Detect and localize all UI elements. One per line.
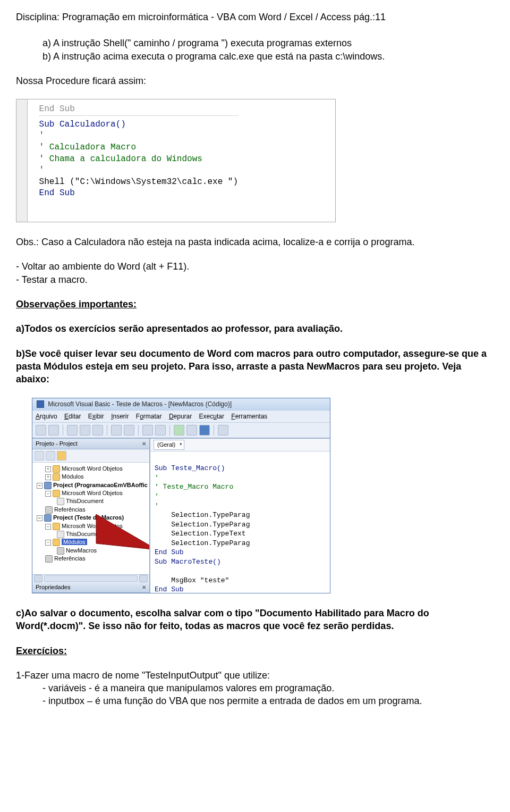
code-line: ' <box>155 492 159 500</box>
toolbar-button[interactable] <box>48 425 59 436</box>
code-line: MsgBox "teste" <box>155 576 229 584</box>
code-line: ' <box>155 502 159 510</box>
project-tree[interactable]: +Microsoft Word Objetos +Módulos −Projec… <box>32 463 149 574</box>
code-line: ' Chama a calculadora do Windows <box>39 154 238 165</box>
toolbar-button[interactable] <box>218 425 228 436</box>
tree-project[interactable]: Project (Teste de Macros) <box>53 514 124 521</box>
menu-exibir[interactable]: Exibir <box>88 413 104 420</box>
ide-menubar[interactable]: Arquivo Editar Exibir Inserir Formatar D… <box>32 411 330 423</box>
tree-node[interactable]: Microsoft Word Objetos <box>62 490 123 496</box>
code-line: Shell ("C:\Windows\System32\calc.exe ") <box>39 177 238 188</box>
code-line: End Sub <box>39 188 238 199</box>
code-line: ' <box>39 165 238 177</box>
vb-ide-screenshot: Microsoft Visual Basic - Teste de Macros… <box>32 398 330 593</box>
tree-node[interactable]: ThisDocument <box>66 531 104 537</box>
obs-c: c)Ao salvar o documento, escolha salvar … <box>16 607 494 633</box>
tree-node-selected[interactable]: Módulos <box>62 539 87 545</box>
project-mini-toolbar[interactable] <box>32 449 149 463</box>
menu-ferramentas[interactable]: Ferramentas <box>231 413 267 420</box>
page-header: Disciplina: Programação em microinformát… <box>16 11 494 23</box>
mini-toolbar-button[interactable] <box>35 451 44 461</box>
close-icon[interactable]: ✕ <box>142 440 146 448</box>
code-line: Selection.TypeParag <box>155 539 250 547</box>
toolbar-button[interactable] <box>36 425 46 436</box>
code-combo-row[interactable]: (Geral) <box>150 439 330 451</box>
code-line: End Sub <box>155 548 184 556</box>
nossa-procedure: Nossa Procedure ficará assim: <box>16 74 494 87</box>
toolbar-button[interactable] <box>111 425 122 436</box>
tree-node[interactable]: Microsoft Word Objetos <box>62 523 123 529</box>
exercicios-title: Exercícios: <box>16 644 494 657</box>
toolbar-button[interactable] <box>142 425 153 436</box>
toolbar-stop-button[interactable] <box>199 425 210 436</box>
code-line: ' <box>39 130 238 142</box>
menu-editar[interactable]: Editar <box>64 413 81 420</box>
obs-calc: Obs.: Caso a Calculadora não esteja na p… <box>16 236 494 248</box>
project-panel-title: Projeto - Project✕ <box>32 439 149 449</box>
mini-toolbar-button[interactable] <box>46 451 55 461</box>
tree-node[interactable]: ThisDocument <box>66 498 104 504</box>
app-icon <box>37 400 44 408</box>
code-line: ' Teste_Macro Macro <box>155 483 233 491</box>
scroll-right-button[interactable] <box>139 575 148 582</box>
ide-titlebar: Microsoft Visual Basic - Teste de Macros… <box>32 398 330 411</box>
code-line: Selection.TypeText <box>155 530 246 538</box>
obs-a: a)Todos os exercícios serão apresentados… <box>16 322 494 335</box>
toolbar-button[interactable] <box>80 425 90 436</box>
code-editor-1: End Sub Sub Calculadora() ' ' Calculador… <box>16 99 336 222</box>
code-line: Selection.TypeParag <box>155 511 250 519</box>
code-line: End Sub <box>39 104 238 116</box>
observacoes-title: Observações importantes: <box>16 298 494 311</box>
menu-executar[interactable]: Executar <box>199 413 224 420</box>
voltar: - Voltar ao ambiente do Word (alt + F11)… <box>16 260 494 273</box>
testar: - Testar a macro. <box>16 273 494 286</box>
menu-depurar[interactable]: Depurar <box>169 413 192 420</box>
code-line: Sub Calculadora() <box>39 119 238 131</box>
code-line: ' Calculadora Macro <box>39 142 238 154</box>
properties-panel-title: Propriedades✕ <box>32 582 149 593</box>
toolbar-run-button[interactable] <box>174 425 184 436</box>
tree-scrollbar[interactable] <box>32 574 149 582</box>
code-line: Sub Teste_Macro() <box>155 464 225 472</box>
tree-node[interactable]: Referências <box>54 555 86 562</box>
toolbar-pause-button[interactable] <box>186 425 197 436</box>
code-line: ' <box>155 474 159 482</box>
menu-formatar[interactable]: Formatar <box>136 413 162 420</box>
tree-node-newmacros[interactable]: NewMacros <box>66 547 97 554</box>
scroll-left-button[interactable] <box>34 575 42 582</box>
list-item-b: b) A instrução acima executa o programa … <box>16 50 494 63</box>
tree-node[interactable]: Referências <box>54 506 86 513</box>
menu-arquivo[interactable]: Arquivo <box>36 413 57 420</box>
code-line: End Sub <box>155 585 184 593</box>
toolbar-button[interactable] <box>124 425 134 436</box>
general-combo[interactable]: (Geral) <box>154 440 184 450</box>
toolbar-button[interactable] <box>155 425 166 436</box>
obs-b: b)Se você quiser levar seu documento de … <box>16 347 494 386</box>
ide-toolbar[interactable] <box>32 423 330 439</box>
ex1b: - inputbox – é uma função do VBA que nos… <box>16 694 494 707</box>
code-line: Sub MacroTeste() <box>155 558 221 566</box>
mini-toolbar-button[interactable] <box>57 451 66 461</box>
code-pane[interactable]: Sub Teste_Macro() ' ' Teste_Macro Macro … <box>150 451 330 593</box>
toolbar-button[interactable] <box>67 425 78 436</box>
ide-title: Microsoft Visual Basic - Teste de Macros… <box>48 400 232 408</box>
tree-project[interactable]: Project (ProgramacaoEmVBAoffic <box>53 482 148 488</box>
tree-node[interactable]: Microsoft Word Objetos <box>62 465 123 472</box>
toolbar-button[interactable] <box>92 425 103 436</box>
ex1a: - variáveis - é a maneira que manipulamo… <box>16 682 494 694</box>
tree-node[interactable]: Módulos <box>62 473 84 480</box>
close-icon[interactable]: ✕ <box>142 584 146 591</box>
ex1: 1-Fazer uma macro de nome "TesteInputOut… <box>16 669 494 682</box>
code-line: Selection.TypeParag <box>155 521 250 529</box>
list-item-a: a) A instrução Shell(" caminho / program… <box>16 37 494 49</box>
menu-inserir[interactable]: Inserir <box>111 413 129 420</box>
